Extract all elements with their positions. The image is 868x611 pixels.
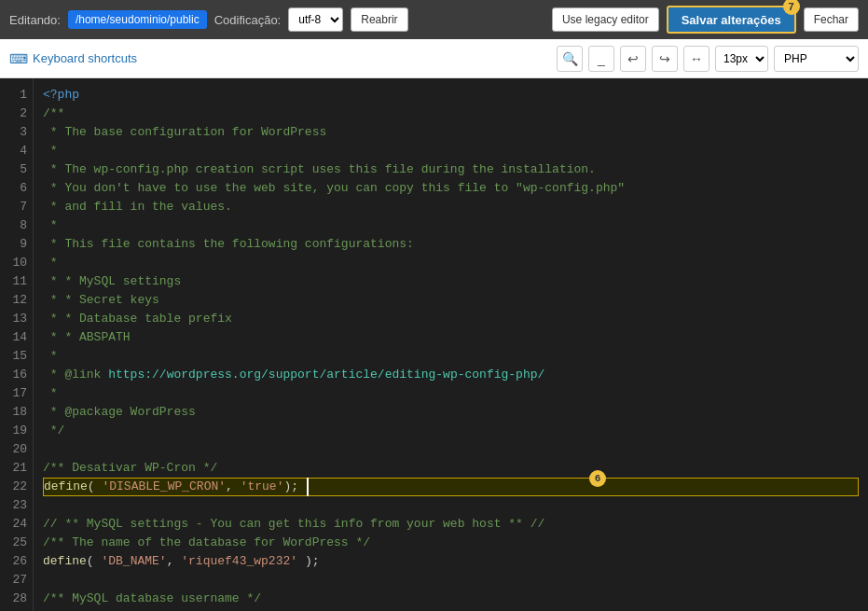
code-line-9: * This file contains the following confi… (43, 235, 859, 254)
editing-label: Editando: (9, 13, 61, 27)
code-line-2: /** (43, 104, 859, 123)
legacy-editor-button[interactable]: Use legacy editor (552, 7, 659, 32)
code-line-6: * You don't have to use the web site, yo… (43, 179, 859, 198)
code-area[interactable]: <?php/** * The base configuration for Wo… (34, 78, 868, 611)
toolbar: ⌨ Keyboard shortcuts 🔍 _ ↩ ↪ ↔ 13px 12px… (0, 39, 868, 78)
code-line-22: 6define( 'DISABLE_WP_CRON', 'true'); (43, 478, 859, 496)
reopen-button[interactable]: Reabrir (351, 7, 407, 32)
code-line-20 (43, 440, 859, 459)
code-line-27 (43, 571, 859, 590)
save-badge: 7 (783, 0, 800, 15)
undo-button[interactable]: ↩ (620, 46, 646, 72)
encoding-label: Codificação: (214, 13, 282, 27)
code-line-26: define( 'DB_NAME', 'riquef43_wp232' ); (43, 552, 859, 571)
code-line-11: * * MySQL settings (43, 272, 859, 291)
code-line-21: /** Desativar WP-Cron */ (43, 459, 859, 478)
code-line-3: * The base configuration for WordPress (43, 123, 859, 142)
redo-button[interactable]: ↪ (652, 46, 678, 72)
code-line-18: * @package WordPress (43, 403, 859, 422)
code-line-1: <?php (43, 86, 859, 104)
code-line-14: * * ABSPATH (43, 328, 859, 347)
code-line-12: * * Secret keys (43, 291, 859, 310)
save-button[interactable]: Salvar alterações 7 (667, 6, 796, 34)
code-line-7: * and fill in the values. (43, 198, 859, 216)
code-line-15: * (43, 347, 859, 366)
code-line-5: * The wp-config.php creation script uses… (43, 160, 859, 179)
keyboard-shortcuts-link[interactable]: ⌨ Keyboard shortcuts (9, 51, 137, 66)
top-bar: Editando: /home/seudominio/public Codifi… (0, 0, 868, 39)
code-line-16: * @link https://wordpress.org/support/ar… (43, 366, 859, 384)
code-line-4: * (43, 142, 859, 160)
code-line-28: /** MySQL database username */ (43, 590, 859, 608)
close-button[interactable]: Fechar (804, 7, 859, 32)
search-button[interactable]: 🔍 (557, 46, 583, 72)
language-select[interactable]: PHP JavaScript CSS (774, 46, 859, 72)
code-line-13: * * Database table prefix (43, 310, 859, 328)
keyboard-shortcuts-label: Keyboard shortcuts (33, 51, 137, 65)
code-line-10: * (43, 254, 859, 272)
encoding-select[interactable]: utf-8 (288, 7, 343, 32)
code-line-23 (43, 496, 859, 515)
code-badge-6: 6 (589, 470, 606, 487)
line-numbers: 1234567891011121314151617181920212223242… (0, 78, 34, 611)
code-line-24: // ** MySQL settings - You can get this … (43, 515, 859, 534)
font-size-select[interactable]: 13px 12px 14px 16px (715, 46, 768, 72)
wrap-button[interactable]: ↔ (683, 46, 710, 72)
code-line-8: * (43, 216, 859, 235)
file-path: /home/seudominio/public (68, 10, 207, 29)
terminal-button[interactable]: _ (588, 46, 614, 72)
editor-container: 1234567891011121314151617181920212223242… (0, 78, 868, 611)
code-line-25: /** The name of the database for WordPre… (43, 534, 859, 552)
keyboard-icon: ⌨ (9, 51, 28, 66)
code-line-19: */ (43, 422, 859, 440)
code-line-17: * (43, 384, 859, 403)
